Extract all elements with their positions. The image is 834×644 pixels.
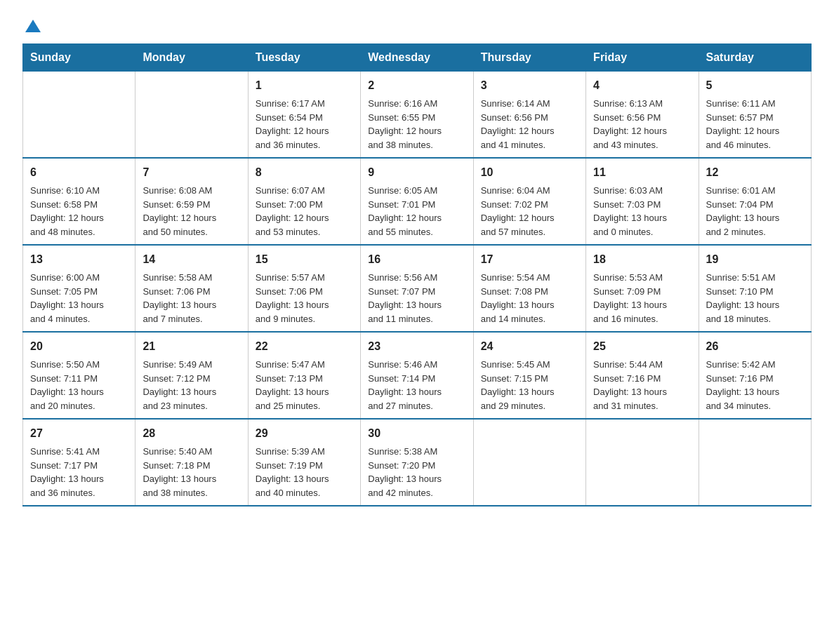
calendar-day-cell: 12Sunrise: 6:01 AM Sunset: 7:04 PM Dayli…	[699, 158, 811, 245]
calendar-header: SundayMondayTuesdayWednesdayThursdayFrid…	[23, 44, 812, 72]
calendar-day-cell: 3Sunrise: 6:14 AM Sunset: 6:56 PM Daylig…	[473, 72, 585, 159]
day-info: Sunrise: 5:57 AM Sunset: 7:06 PM Dayligh…	[256, 271, 353, 326]
day-number: 25	[593, 338, 691, 355]
day-info: Sunrise: 6:10 AM Sunset: 6:58 PM Dayligh…	[30, 184, 128, 239]
day-info: Sunrise: 6:00 AM Sunset: 7:05 PM Dayligh…	[30, 271, 128, 326]
calendar-day-cell: 19Sunrise: 5:51 AM Sunset: 7:10 PM Dayli…	[699, 245, 811, 332]
day-info: Sunrise: 5:58 AM Sunset: 7:06 PM Dayligh…	[143, 271, 240, 326]
day-info: Sunrise: 6:11 AM Sunset: 6:57 PM Dayligh…	[706, 97, 804, 152]
logo	[22, 17, 41, 32]
calendar-day-cell	[473, 419, 585, 506]
calendar-day-cell	[586, 419, 699, 506]
calendar-day-cell: 11Sunrise: 6:03 AM Sunset: 7:03 PM Dayli…	[586, 158, 699, 245]
day-info: Sunrise: 5:49 AM Sunset: 7:12 PM Dayligh…	[143, 358, 240, 412]
calendar-week-row: 20Sunrise: 5:50 AM Sunset: 7:11 PM Dayli…	[23, 332, 812, 419]
calendar-day-cell: 2Sunrise: 6:16 AM Sunset: 6:55 PM Daylig…	[361, 72, 473, 159]
day-info: Sunrise: 5:44 AM Sunset: 7:16 PM Dayligh…	[593, 358, 691, 412]
day-info: Sunrise: 5:40 AM Sunset: 7:18 PM Dayligh…	[143, 445, 240, 499]
calendar-day-cell: 30Sunrise: 5:38 AM Sunset: 7:20 PM Dayli…	[361, 419, 473, 506]
calendar-day-cell: 21Sunrise: 5:49 AM Sunset: 7:12 PM Dayli…	[135, 332, 248, 419]
logo-triangle-icon	[25, 18, 41, 34]
day-info: Sunrise: 6:16 AM Sunset: 6:55 PM Dayligh…	[368, 97, 465, 152]
calendar-day-cell: 4Sunrise: 6:13 AM Sunset: 6:56 PM Daylig…	[586, 72, 699, 159]
day-info: Sunrise: 5:42 AM Sunset: 7:16 PM Dayligh…	[706, 358, 804, 412]
day-info: Sunrise: 5:46 AM Sunset: 7:14 PM Dayligh…	[368, 358, 465, 412]
calendar-day-cell: 25Sunrise: 5:44 AM Sunset: 7:16 PM Dayli…	[586, 332, 699, 419]
calendar-day-cell: 17Sunrise: 5:54 AM Sunset: 7:08 PM Dayli…	[473, 245, 585, 332]
calendar-day-cell: 24Sunrise: 5:45 AM Sunset: 7:15 PM Dayli…	[473, 332, 585, 419]
page-header	[22, 17, 812, 32]
day-info: Sunrise: 5:53 AM Sunset: 7:09 PM Dayligh…	[593, 271, 691, 326]
calendar-day-cell: 9Sunrise: 6:05 AM Sunset: 7:01 PM Daylig…	[361, 158, 473, 245]
day-number: 6	[30, 164, 128, 181]
day-number: 27	[30, 425, 128, 442]
day-number: 14	[143, 251, 240, 268]
day-info: Sunrise: 6:17 AM Sunset: 6:54 PM Dayligh…	[256, 97, 353, 152]
day-number: 21	[143, 338, 240, 355]
svg-marker-0	[25, 20, 41, 32]
day-number: 17	[481, 251, 578, 268]
day-number: 26	[706, 338, 804, 355]
weekday-header: Saturday	[699, 44, 811, 72]
day-info: Sunrise: 5:50 AM Sunset: 7:11 PM Dayligh…	[30, 358, 128, 412]
day-info: Sunrise: 5:39 AM Sunset: 7:19 PM Dayligh…	[256, 445, 353, 499]
calendar-day-cell: 22Sunrise: 5:47 AM Sunset: 7:13 PM Dayli…	[248, 332, 360, 419]
calendar-week-row: 27Sunrise: 5:41 AM Sunset: 7:17 PM Dayli…	[23, 419, 812, 506]
weekday-header: Tuesday	[248, 44, 360, 72]
day-number: 9	[368, 164, 465, 181]
weekday-header: Wednesday	[361, 44, 473, 72]
calendar-day-cell: 26Sunrise: 5:42 AM Sunset: 7:16 PM Dayli…	[699, 332, 811, 419]
calendar-day-cell: 20Sunrise: 5:50 AM Sunset: 7:11 PM Dayli…	[23, 332, 135, 419]
day-number: 19	[706, 251, 804, 268]
calendar-day-cell: 6Sunrise: 6:10 AM Sunset: 6:58 PM Daylig…	[23, 158, 135, 245]
day-info: Sunrise: 6:13 AM Sunset: 6:56 PM Dayligh…	[593, 97, 691, 152]
calendar-day-cell: 15Sunrise: 5:57 AM Sunset: 7:06 PM Dayli…	[248, 245, 360, 332]
day-number: 23	[368, 338, 465, 355]
calendar-day-cell: 10Sunrise: 6:04 AM Sunset: 7:02 PM Dayli…	[473, 158, 585, 245]
calendar-day-cell: 29Sunrise: 5:39 AM Sunset: 7:19 PM Dayli…	[248, 419, 360, 506]
calendar-day-cell: 8Sunrise: 6:07 AM Sunset: 7:00 PM Daylig…	[248, 158, 360, 245]
day-number: 12	[706, 164, 804, 181]
calendar-week-row: 13Sunrise: 6:00 AM Sunset: 7:05 PM Dayli…	[23, 245, 812, 332]
calendar-day-cell	[135, 72, 248, 159]
day-number: 1	[256, 77, 353, 94]
day-info: Sunrise: 6:08 AM Sunset: 6:59 PM Dayligh…	[143, 184, 240, 239]
weekday-header: Friday	[586, 44, 699, 72]
day-number: 18	[593, 251, 691, 268]
day-number: 10	[481, 164, 578, 181]
day-number: 13	[30, 251, 128, 268]
day-info: Sunrise: 5:51 AM Sunset: 7:10 PM Dayligh…	[706, 271, 804, 326]
calendar-day-cell	[699, 419, 811, 506]
day-number: 29	[256, 425, 353, 442]
calendar-table: SundayMondayTuesdayWednesdayThursdayFrid…	[22, 43, 812, 507]
day-info: Sunrise: 5:54 AM Sunset: 7:08 PM Dayligh…	[481, 271, 578, 326]
day-info: Sunrise: 6:03 AM Sunset: 7:03 PM Dayligh…	[593, 184, 691, 239]
calendar-day-cell: 1Sunrise: 6:17 AM Sunset: 6:54 PM Daylig…	[248, 72, 360, 159]
day-number: 28	[143, 425, 240, 442]
day-info: Sunrise: 6:14 AM Sunset: 6:56 PM Dayligh…	[481, 97, 578, 152]
calendar-day-cell	[23, 72, 135, 159]
calendar-day-cell: 23Sunrise: 5:46 AM Sunset: 7:14 PM Dayli…	[361, 332, 473, 419]
day-info: Sunrise: 6:01 AM Sunset: 7:04 PM Dayligh…	[706, 184, 804, 239]
day-number: 16	[368, 251, 465, 268]
calendar-day-cell: 28Sunrise: 5:40 AM Sunset: 7:18 PM Dayli…	[135, 419, 248, 506]
day-number: 30	[368, 425, 465, 442]
weekday-header: Monday	[135, 44, 248, 72]
weekday-header: Thursday	[473, 44, 585, 72]
day-number: 7	[143, 164, 240, 181]
calendar-week-row: 1Sunrise: 6:17 AM Sunset: 6:54 PM Daylig…	[23, 72, 812, 159]
calendar-header-row: SundayMondayTuesdayWednesdayThursdayFrid…	[23, 44, 812, 72]
calendar-day-cell: 16Sunrise: 5:56 AM Sunset: 7:07 PM Dayli…	[361, 245, 473, 332]
day-info: Sunrise: 6:05 AM Sunset: 7:01 PM Dayligh…	[368, 184, 465, 239]
calendar-day-cell: 7Sunrise: 6:08 AM Sunset: 6:59 PM Daylig…	[135, 158, 248, 245]
day-info: Sunrise: 5:41 AM Sunset: 7:17 PM Dayligh…	[30, 445, 128, 499]
calendar-day-cell: 14Sunrise: 5:58 AM Sunset: 7:06 PM Dayli…	[135, 245, 248, 332]
day-info: Sunrise: 5:47 AM Sunset: 7:13 PM Dayligh…	[256, 358, 353, 412]
day-number: 2	[368, 77, 465, 94]
day-info: Sunrise: 5:38 AM Sunset: 7:20 PM Dayligh…	[368, 445, 465, 499]
day-info: Sunrise: 5:45 AM Sunset: 7:15 PM Dayligh…	[481, 358, 578, 412]
day-number: 20	[30, 338, 128, 355]
day-number: 5	[706, 77, 804, 94]
day-info: Sunrise: 5:56 AM Sunset: 7:07 PM Dayligh…	[368, 271, 465, 326]
day-info: Sunrise: 6:07 AM Sunset: 7:00 PM Dayligh…	[256, 184, 353, 239]
